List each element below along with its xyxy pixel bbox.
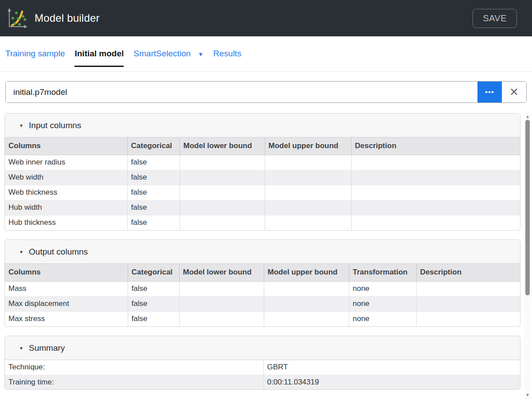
output-columns-header[interactable]: ▾ Output columns <box>5 240 520 264</box>
tab-training-sample[interactable]: Training sample <box>5 49 65 66</box>
cell-categorical[interactable]: false <box>127 185 180 200</box>
output-columns-table: Columns Categorical Model lower bound Mo… <box>5 264 520 326</box>
chevron-down-icon[interactable]: ▼ <box>198 51 203 58</box>
cell-lower[interactable] <box>179 281 264 296</box>
table-row[interactable]: Max stress false none <box>5 311 520 326</box>
cell-description[interactable] <box>351 185 520 200</box>
tab-initial-model[interactable]: Initial model <box>74 49 124 67</box>
col-header-categorical: Categorical <box>128 264 179 281</box>
cell-transformation[interactable]: none <box>349 296 416 311</box>
cell-upper[interactable] <box>264 296 349 311</box>
cell-upper[interactable] <box>265 170 351 185</box>
cell-categorical[interactable]: false <box>127 155 180 170</box>
summary-row: Technique: GBRT <box>5 360 520 375</box>
cell-column: Web thickness <box>5 185 127 200</box>
table-row[interactable]: Web width false <box>5 170 520 185</box>
table-row[interactable]: Web thickness false <box>5 185 520 200</box>
tab-smartselection[interactable]: SmartSelection ▼ <box>133 49 203 66</box>
cell-upper[interactable] <box>265 200 351 215</box>
summary-table: Technique: GBRT Training time: 0:00:11.0… <box>5 360 520 389</box>
summary-header[interactable]: ▾ Summary <box>5 336 520 360</box>
collapse-icon: ▾ <box>20 249 23 255</box>
cell-upper[interactable] <box>265 215 351 230</box>
cell-description[interactable] <box>416 296 520 311</box>
scrollbar-thumb[interactable] <box>525 120 530 295</box>
scroll-down-icon[interactable]: ▼ <box>524 391 531 398</box>
input-columns-header[interactable]: ▾ Input columns <box>5 114 520 137</box>
summary-section: ▾ Summary Technique: GBRT Training time:… <box>4 336 520 390</box>
table-row[interactable]: Hub width false <box>5 200 520 215</box>
summary-value: 0:00:11.034319 <box>263 375 520 389</box>
clear-file-button[interactable]: ✕ <box>502 82 526 102</box>
output-columns-section: ▾ Output columns Columns Categorical Mod… <box>4 239 520 327</box>
cell-categorical[interactable]: false <box>128 296 179 311</box>
model-file-input[interactable] <box>6 82 477 102</box>
cell-lower[interactable] <box>180 200 265 215</box>
col-header-columns: Columns <box>5 137 127 155</box>
section-title: Summary <box>29 343 65 353</box>
table-row[interactable]: Web inner radius false <box>5 155 520 170</box>
content-area: ▾ Input columns Columns Categorical Mode… <box>0 112 532 400</box>
cell-column: Mass <box>5 281 128 296</box>
cell-column: Max displacement <box>5 296 128 311</box>
cell-description[interactable] <box>351 155 520 170</box>
model-file-box: ••• ✕ <box>5 81 527 103</box>
col-header-upper: Model upper bound <box>264 264 349 281</box>
cell-categorical[interactable]: false <box>127 215 180 230</box>
collapse-icon: ▾ <box>20 122 23 129</box>
cell-lower[interactable] <box>179 311 264 326</box>
col-header-categorical: Categorical <box>127 137 180 155</box>
input-columns-table: Columns Categorical Model lower bound Mo… <box>5 137 520 230</box>
cell-categorical[interactable]: false <box>128 281 179 296</box>
table-row[interactable]: Hub thickness false <box>5 215 520 230</box>
table-row[interactable]: Mass false none <box>5 281 520 296</box>
col-header-description: Description <box>351 137 520 155</box>
tab-bar: Training sample Initial model SmartSelec… <box>0 36 532 72</box>
vertical-scrollbar[interactable]: ▲ ▼ <box>524 111 531 400</box>
app-header: Model builder SAVE <box>0 0 532 36</box>
tab-results[interactable]: Results <box>213 49 241 66</box>
collapse-icon: ▾ <box>20 345 23 351</box>
summary-value: GBRT <box>263 360 520 375</box>
cell-upper[interactable] <box>265 185 351 200</box>
cell-transformation[interactable]: none <box>349 311 416 326</box>
cell-lower[interactable] <box>180 170 265 185</box>
cell-lower[interactable] <box>180 185 265 200</box>
cell-column: Hub width <box>5 200 127 215</box>
model-file-row: ••• ✕ <box>0 72 532 112</box>
col-header-transformation: Transformation <box>349 264 416 281</box>
cell-description[interactable] <box>351 215 520 230</box>
cell-lower[interactable] <box>180 215 265 230</box>
col-header-description: Description <box>416 264 520 281</box>
table-header-row: Columns Categorical Model lower bound Mo… <box>5 264 520 281</box>
cell-categorical[interactable]: false <box>127 200 180 215</box>
cell-column: Hub thickness <box>5 215 127 230</box>
save-button[interactable]: SAVE <box>473 9 517 28</box>
browse-file-button[interactable]: ••• <box>477 82 502 102</box>
table-row[interactable]: Max displacement false none <box>5 296 520 311</box>
table-header-row: Columns Categorical Model lower bound Mo… <box>5 137 520 155</box>
input-columns-section: ▾ Input columns Columns Categorical Mode… <box>4 113 520 231</box>
cell-column: Web inner radius <box>5 155 127 170</box>
cell-lower[interactable] <box>180 155 265 170</box>
col-header-columns: Columns <box>5 264 128 281</box>
cell-upper[interactable] <box>264 311 349 326</box>
col-header-upper: Model upper bound <box>265 137 351 155</box>
cell-lower[interactable] <box>179 296 264 311</box>
ellipsis-icon: ••• <box>485 88 494 97</box>
summary-label: Training time: <box>5 375 263 389</box>
summary-label: Technique: <box>5 360 263 375</box>
cell-transformation[interactable]: none <box>349 281 416 296</box>
col-header-lower: Model lower bound <box>179 264 264 281</box>
cell-description[interactable] <box>351 200 520 215</box>
cell-categorical[interactable]: false <box>127 170 180 185</box>
cell-description[interactable] <box>351 170 520 185</box>
scroll-up-icon[interactable]: ▲ <box>524 113 531 120</box>
cell-upper[interactable] <box>265 155 351 170</box>
cell-description[interactable] <box>416 281 520 296</box>
cell-upper[interactable] <box>264 281 349 296</box>
section-title: Input columns <box>29 121 81 130</box>
cell-categorical[interactable]: false <box>128 311 179 326</box>
section-title: Output columns <box>29 247 88 257</box>
cell-description[interactable] <box>416 311 520 326</box>
